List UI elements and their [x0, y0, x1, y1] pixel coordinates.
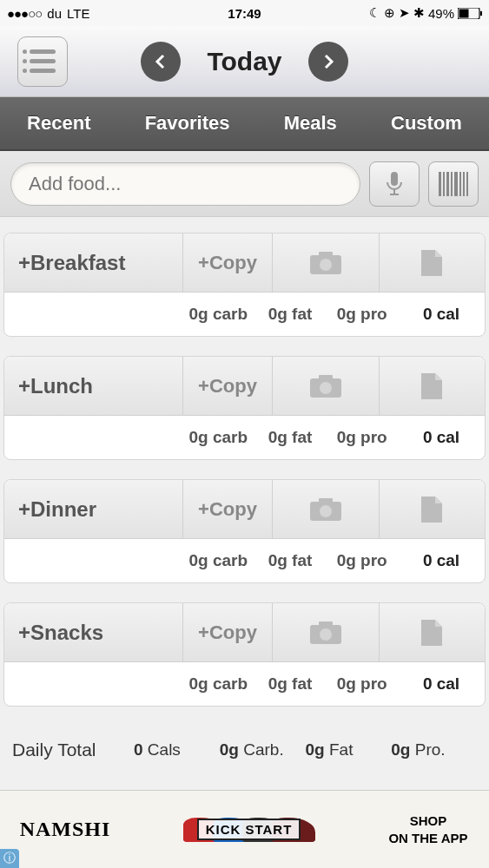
ad-info-icon[interactable]: ⓘ — [0, 849, 19, 868]
svg-rect-6 — [439, 172, 441, 196]
barcode-icon — [439, 172, 468, 196]
svg-rect-15 — [319, 252, 333, 257]
meal-add-breakfast[interactable]: +Breakfast — [4, 233, 182, 292]
copy-button[interactable]: +Copy — [182, 603, 272, 661]
svg-rect-7 — [443, 172, 445, 196]
stat-carb: 0g carb — [182, 428, 254, 447]
photo-button[interactable] — [272, 357, 379, 415]
orientation-lock-icon: ⊕ — [384, 5, 395, 21]
copy-button[interactable]: +Copy — [182, 480, 272, 538]
stat-pro: 0g pro — [326, 428, 398, 447]
document-icon — [420, 372, 444, 401]
add-food-input[interactable] — [10, 162, 360, 206]
svg-rect-21 — [319, 498, 333, 503]
barcode-scan-button[interactable] — [428, 161, 479, 207]
svg-point-19 — [320, 382, 332, 394]
tab-custom[interactable]: Custom — [391, 112, 462, 135]
copy-button[interactable]: +Copy — [182, 233, 272, 292]
stat-cal: 0 cal — [398, 305, 485, 324]
stat-fat: 0g fat — [254, 305, 327, 324]
meal-add-lunch[interactable]: +Lunch — [4, 357, 182, 415]
stat-pro: 0g pro — [326, 551, 398, 570]
page-title: Today — [207, 47, 281, 76]
meal-card-dinner: +Dinner +Copy 0g carb 0g fat 0g pro 0 ca… — [3, 479, 486, 583]
daily-total-row: Daily Total 0 Cals 0g Carb. 0g Fat 0g Pr… — [0, 726, 489, 774]
svg-point-25 — [320, 628, 332, 641]
daily-total-label: Daily Total — [12, 740, 134, 760]
header: Today — [0, 26, 489, 97]
svg-rect-12 — [463, 172, 465, 196]
svg-rect-10 — [454, 172, 458, 196]
stat-cal: 0 cal — [398, 551, 485, 570]
meal-card-breakfast: +Breakfast +Copy 0g carb 0g fat 0g pro 0… — [3, 233, 486, 337]
battery-icon — [458, 8, 482, 19]
document-icon — [420, 248, 444, 278]
network-label: LTE — [67, 6, 89, 21]
microphone-icon — [384, 170, 405, 198]
svg-point-22 — [320, 505, 332, 517]
stat-carb: 0g carb — [182, 674, 254, 694]
photo-button[interactable] — [272, 603, 379, 661]
prev-day-button[interactable] — [141, 42, 181, 82]
ad-banner[interactable]: NAMSHI KICK START SHOP ON THE APP ⓘ — [0, 790, 489, 868]
svg-rect-8 — [446, 172, 449, 196]
stat-pro: 0g pro — [326, 674, 398, 694]
stat-cal: 0 cal — [398, 674, 485, 694]
svg-rect-1 — [459, 9, 469, 17]
note-button[interactable] — [379, 480, 486, 538]
stat-carb: 0g carb — [182, 305, 254, 324]
battery-pct: 49% — [428, 6, 454, 21]
meal-card-snacks: +Snacks +Copy 0g carb 0g fat 0g pro 0 ca… — [3, 602, 486, 707]
photo-button[interactable] — [272, 480, 379, 538]
stat-pro: 0g pro — [326, 305, 398, 324]
status-bar: ●●●○○ du LTE 17:49 ☾ ⊕ ➤ ✱ 49% — [0, 0, 489, 26]
camera-icon — [308, 620, 343, 646]
stat-fat: 0g fat — [254, 428, 327, 447]
camera-icon — [308, 496, 343, 523]
svg-rect-3 — [391, 172, 398, 186]
meals-list: +Breakfast +Copy 0g carb 0g fat 0g pro 0… — [0, 217, 489, 707]
svg-point-16 — [320, 259, 332, 271]
svg-rect-2 — [480, 11, 482, 16]
svg-rect-9 — [451, 172, 453, 196]
meal-card-lunch: +Lunch +Copy 0g carb 0g fat 0g pro 0 cal — [3, 356, 486, 460]
ad-image: KICK START — [130, 791, 367, 868]
bluetooth-icon: ✱ — [413, 5, 425, 21]
svg-rect-11 — [459, 172, 461, 196]
copy-button[interactable]: +Copy — [182, 357, 272, 415]
voice-input-button[interactable] — [369, 161, 420, 207]
menu-button[interactable] — [17, 36, 68, 87]
ad-cta: SHOP ON THE APP — [367, 812, 489, 846]
svg-rect-18 — [319, 375, 333, 380]
tab-recent[interactable]: Recent — [27, 112, 90, 135]
document-icon — [420, 618, 444, 648]
carrier-label: du — [47, 6, 62, 21]
moon-icon: ☾ — [369, 5, 380, 21]
status-time: 17:49 — [228, 6, 261, 21]
svg-rect-13 — [466, 172, 468, 196]
tab-meals[interactable]: Meals — [284, 112, 337, 135]
camera-icon — [308, 373, 343, 399]
tab-bar: Recent Favorites Meals Custom — [0, 97, 489, 151]
stat-carb: 0g carb — [182, 551, 254, 570]
note-button[interactable] — [379, 357, 486, 415]
stat-fat: 0g fat — [254, 551, 327, 570]
meal-add-dinner[interactable]: +Dinner — [4, 480, 182, 538]
signal-dots: ●●●○○ — [7, 6, 42, 21]
svg-rect-24 — [319, 621, 333, 627]
note-button[interactable] — [379, 233, 486, 292]
search-row — [0, 151, 489, 217]
camera-icon — [308, 250, 343, 276]
location-icon: ➤ — [399, 5, 410, 21]
tab-favorites[interactable]: Favorites — [145, 112, 230, 135]
next-day-button[interactable] — [308, 42, 348, 82]
photo-button[interactable] — [272, 233, 379, 292]
ad-brand: NAMSHI — [0, 818, 130, 841]
document-icon — [420, 495, 444, 524]
note-button[interactable] — [379, 603, 486, 661]
stat-cal: 0 cal — [398, 428, 485, 447]
stat-fat: 0g fat — [254, 674, 327, 694]
meal-add-snacks[interactable]: +Snacks — [4, 603, 182, 661]
